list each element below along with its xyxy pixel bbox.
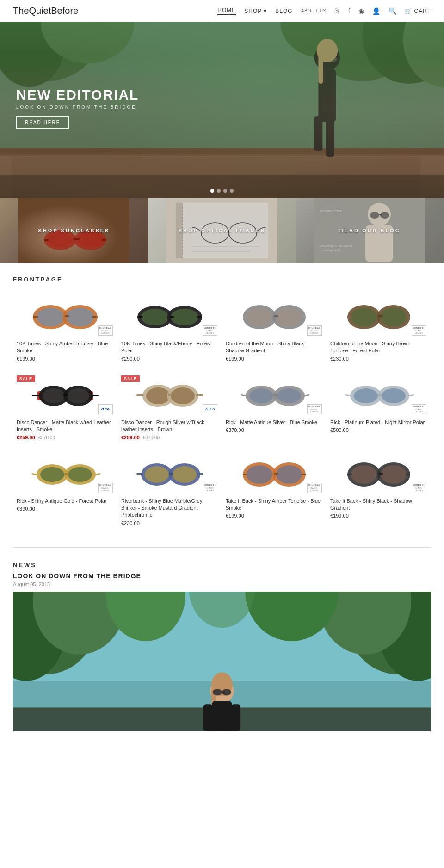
svg-rect-126: [301, 474, 306, 475]
logo[interactable]: TheQuietBefore: [13, 6, 78, 16]
svg-rect-110: [64, 473, 69, 475]
section-divider: [13, 547, 431, 548]
svg-line-104: [345, 395, 350, 396]
product-name-3: Children of the Moon - Shiny Black - Sha…: [226, 340, 323, 355]
news-article-title[interactable]: LOOK ON DOWN FROM THE BRIDGE: [0, 572, 444, 581]
svg-point-100: [354, 388, 378, 403]
product-card-4[interactable]: MINERALGLASSLENSES Children of the Moon …: [327, 290, 431, 369]
svg-rect-67: [274, 315, 278, 317]
svg-point-121: [247, 465, 272, 484]
product-card-2[interactable]: MINERALGLASSLENSES 10K Times - Shiny Bla…: [117, 290, 222, 369]
svg-line-111: [32, 474, 37, 475]
lens-badge-3: MINERALGLASSLENSES: [307, 325, 322, 336]
search-icon[interactable]: 🔍: [388, 7, 396, 15]
svg-rect-103: [378, 394, 382, 396]
sale-badge-6: SALE: [121, 375, 140, 382]
hero-dot-1[interactable]: [210, 189, 214, 193]
svg-line-98: [305, 395, 309, 396]
svg-rect-118: [136, 473, 143, 475]
svg-point-107: [40, 467, 64, 482]
svg-rect-154: [222, 692, 225, 693]
lens-badge-12: MINERALGLASSLENSES: [412, 483, 426, 493]
svg-point-152: [213, 689, 222, 695]
lens-badge-2: MINERALGLASSLENSES: [203, 325, 217, 336]
svg-rect-55: [92, 316, 98, 318]
svg-point-114: [145, 466, 169, 483]
svg-point-109: [68, 467, 92, 482]
product-card-7[interactable]: MINERALGLASSLENSES Rick - Matte Antique …: [222, 369, 327, 448]
product-name-1: 10K Times - Shiny Amber Tortoise - Blue …: [17, 340, 114, 355]
nav-home[interactable]: HOME: [217, 7, 236, 15]
instagram-icon: ◉: [358, 7, 364, 15]
product-img-1: MINERALGLASSLENSES: [17, 295, 114, 337]
product-name-12: Take It Back - Shiny Black - Shadow Grad…: [330, 498, 427, 512]
svg-rect-11: [0, 148, 444, 154]
news-image-svg: [13, 592, 431, 731]
product-card-6[interactable]: SALE ZEISS Disco Dancer - Rough Silver w…: [117, 369, 222, 448]
product-card-1[interactable]: MINERALGLASSLENSES 10K Times - Shiny Amb…: [13, 290, 117, 369]
twitter-icon: 𝕏: [335, 7, 340, 15]
product-name-6: Disco Dancer - Rough Silver w/Black leat…: [121, 419, 218, 433]
sale-price-6: €259.00: [121, 435, 140, 440]
svg-point-88: [171, 387, 195, 404]
product-img-10: MINERALGLASSLENSES: [121, 452, 218, 494]
product-card-8[interactable]: MINERALGLASSLENSES Rick - Platinum Plate…: [327, 369, 431, 448]
svg-point-59: [171, 309, 198, 325]
product-name-10: Riverbank - Shiny Blue Marble/Grey Blink…: [121, 498, 218, 519]
product-card-11[interactable]: MINERALGLASSLENSES Take It Back - Shiny …: [222, 448, 327, 533]
lens-badge-8: MINERALGLASSLENSES: [412, 404, 426, 414]
about-us-link[interactable]: ABOUT US: [301, 8, 327, 13]
svg-rect-124: [274, 473, 278, 475]
svg-rect-16: [326, 116, 334, 157]
svg-point-79: [43, 388, 65, 403]
hero-dot-2[interactable]: [217, 189, 221, 193]
hero-dots: [210, 189, 234, 193]
news-date: August 05, 2015: [0, 581, 444, 592]
person-icon[interactable]: 👤: [372, 7, 380, 15]
product-price-4: €230.00: [330, 356, 427, 362]
product-name-11: Take It Back - Shiny Amber Tortoise - Bl…: [226, 498, 323, 512]
product-name-8: Rick - Platinum Plated - Night Mirror Po…: [330, 419, 427, 426]
product-card-12[interactable]: MINERALGLASSLENSES Take It Back - Shiny …: [327, 448, 431, 533]
product-card-3[interactable]: MINERALGLASSLENSES Children of the Moon …: [222, 290, 327, 369]
orig-price-5: €370.00: [38, 435, 55, 440]
product-img-4: MINERALGLASSLENSES: [330, 295, 427, 337]
product-card-10[interactable]: MINERALGLASSLENSES Riverbank - Shiny Blu…: [117, 448, 222, 533]
svg-point-86: [146, 387, 170, 404]
category-blog[interactable]: TheQuietBefore SOMEWHERE BETWEEN LOVE AN…: [296, 198, 444, 263]
product-name-2: 10K Times - Shiny Black/Ebony - Forest P…: [121, 340, 218, 355]
hero-cta-button[interactable]: READ HERE: [16, 116, 69, 129]
hero-dot-3[interactable]: [223, 189, 227, 193]
svg-line-97: [241, 395, 246, 396]
category-optical[interactable]: SHOP OPTICAL FRAMES: [148, 198, 296, 263]
lens-badge-4: MINERALGLASSLENSES: [412, 325, 426, 336]
svg-rect-53: [65, 315, 69, 317]
header: TheQuietBefore HOME SHOP ▾ BLOG ABOUT US…: [0, 0, 444, 22]
svg-rect-119: [197, 473, 203, 475]
svg-rect-15: [314, 116, 323, 151]
orig-price-6: €370.00: [143, 435, 160, 440]
svg-point-73: [381, 308, 407, 326]
nav-blog[interactable]: BLOG: [275, 8, 292, 14]
svg-rect-76: [406, 316, 410, 318]
nav-shop[interactable]: SHOP ▾: [244, 8, 267, 14]
product-card-5[interactable]: SALE ZEISS Disco Dancer - Matte Black w/…: [13, 369, 117, 448]
svg-rect-131: [378, 473, 383, 475]
zeiss-badge-6: ZEISS: [203, 404, 217, 414]
news-title: NEWS: [0, 552, 444, 572]
hero-text-block: NEW EDITORIAL LOOK ON DOWN FROM THE BRID…: [16, 87, 139, 129]
svg-rect-91: [196, 394, 203, 396]
hero-dot-4[interactable]: [230, 189, 234, 193]
svg-rect-96: [273, 394, 278, 396]
category-sunglasses[interactable]: SHOP SUNGLASSES: [0, 198, 148, 263]
svg-point-64: [247, 308, 272, 326]
svg-point-95: [277, 388, 301, 403]
svg-rect-68: [243, 316, 247, 318]
cat-blog-label: READ OUR BLOG: [296, 198, 444, 263]
cart-link[interactable]: 🛒 CART: [405, 8, 431, 14]
svg-point-71: [351, 308, 377, 326]
product-grid: MINERALGLASSLENSES 10K Times - Shiny Amb…: [0, 290, 444, 543]
lens-badge-9: MINERALGLASSLENSES: [98, 483, 113, 493]
product-card-9[interactable]: MINERALGLASSLENSES Rick - Shiny Antique …: [13, 448, 117, 533]
news-image[interactable]: [13, 592, 431, 731]
